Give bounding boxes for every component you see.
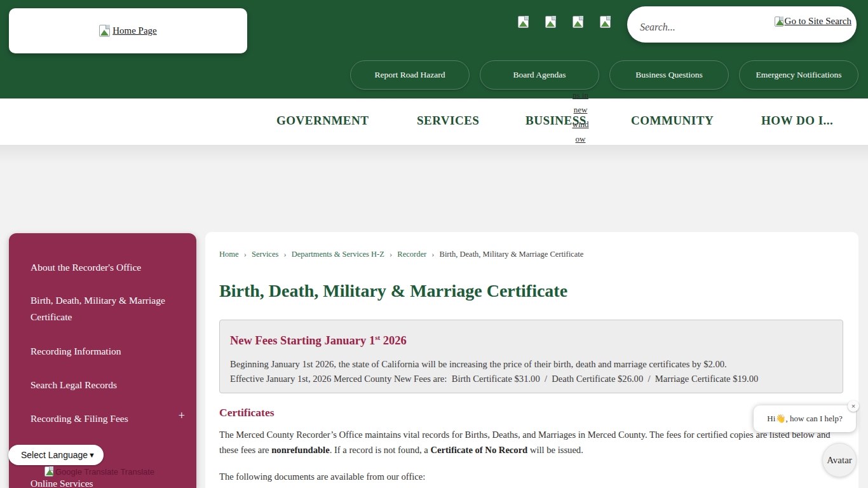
breadcrumb-recorder[interactable]: Recorder bbox=[397, 250, 426, 259]
sidebar-item-search-legal-records[interactable]: Search Legal Records bbox=[31, 377, 177, 393]
paragraph-text: will be issued. bbox=[527, 445, 583, 455]
main-navigation: GOVERNMENT SERVICES BUSINESS COMMUNITY H… bbox=[0, 98, 868, 145]
subheader-band bbox=[0, 145, 868, 164]
breadcrumb-separator: › bbox=[431, 250, 434, 259]
home-logo-link[interactable]: Home Page bbox=[9, 8, 247, 53]
social-broken-image-icon-2[interactable] bbox=[545, 16, 556, 28]
board-agendas-button[interactable]: Board Agendas bbox=[480, 60, 599, 90]
chevron-down-icon: ▼ bbox=[88, 451, 95, 459]
breadcrumb-separator: › bbox=[283, 250, 286, 259]
chat-avatar-button[interactable]: Avatar bbox=[822, 443, 857, 477]
language-select[interactable]: Select Language ▼ bbox=[8, 445, 104, 465]
business-questions-button[interactable]: Business Questions bbox=[609, 60, 729, 90]
nav-how-do-i[interactable]: HOW DO I... bbox=[761, 114, 833, 128]
sidebar-item-about-recorders-office[interactable]: About the Recorder's Office bbox=[31, 259, 177, 276]
expand-plus-icon[interactable]: + bbox=[179, 409, 185, 423]
sidebar-item-birth-death-military-marriage[interactable]: Birth, Death, Military & Marriage Certif… bbox=[31, 292, 177, 325]
nav-community[interactable]: COMMUNITY bbox=[631, 114, 714, 128]
page-title: Birth, Death, Military & Marriage Certif… bbox=[219, 281, 567, 301]
go-to-site-search-label: Go to Site Search bbox=[785, 16, 851, 27]
fee-notice-line-1: Beginning January 1st 2026, the state of… bbox=[230, 359, 727, 370]
nav-services[interactable]: SERVICES bbox=[417, 114, 479, 128]
paragraph-text: . If a record is not found, a bbox=[330, 445, 431, 455]
google-translate-label: Google Translate Translate bbox=[55, 467, 154, 477]
home-page-link[interactable]: Home Page bbox=[112, 25, 157, 36]
google-translate-attribution[interactable]: Google Translate Translate bbox=[44, 466, 154, 477]
ordinal-superscript: st bbox=[375, 334, 380, 341]
social-broken-image-icon-4[interactable] bbox=[600, 16, 611, 28]
breadcrumb-current: Birth, Death, Military & Marriage Certif… bbox=[440, 250, 584, 259]
chat-greeting-bubble: Hi 👋 , how can I help? bbox=[754, 405, 856, 432]
breadcrumb-departments-hz[interactable]: Departments & Services H-Z bbox=[292, 250, 384, 259]
chat-greeting-text: Hi bbox=[767, 414, 775, 424]
breadcrumb-separator: › bbox=[244, 250, 247, 259]
breadcrumb-separator: › bbox=[390, 250, 392, 259]
emergency-notifications-button[interactable]: Emergency Notifications bbox=[739, 60, 858, 90]
go-to-site-search-link[interactable]: Go to Site Search bbox=[775, 16, 851, 27]
chat-greeting-text: , how can I help? bbox=[786, 414, 843, 424]
certificate-of-no-record-bold: Certificate of No Record bbox=[430, 445, 527, 455]
recorder-sidebar: About the Recorder's Office Birth, Death… bbox=[9, 233, 196, 488]
sidebar-item-online-services[interactable]: Online Services bbox=[31, 478, 93, 488]
certificates-heading: Certificates bbox=[219, 406, 274, 419]
sidebar-item-recording-filing-fees[interactable]: Recording & Filing Fees bbox=[31, 410, 177, 427]
site-header: Home Page Go to Site Search Report Road … bbox=[0, 0, 868, 98]
language-select-value: Select Language bbox=[21, 450, 88, 460]
new-fees-heading-year: 2026 bbox=[380, 334, 407, 347]
opens-in-new-window-link[interactable]: ns in new window bbox=[571, 88, 590, 146]
new-fees-heading: New Fees Starting January 1st 2026 bbox=[230, 334, 407, 348]
broken-image-icon bbox=[775, 17, 783, 27]
sidebar-item-recording-information[interactable]: Recording Information bbox=[31, 343, 177, 360]
report-road-hazard-button[interactable]: Report Road Hazard bbox=[350, 60, 470, 90]
breadcrumb-services[interactable]: Services bbox=[252, 250, 278, 259]
chat-close-button[interactable]: × bbox=[848, 400, 859, 412]
broken-image-icon bbox=[99, 25, 110, 37]
certificates-paragraph: The Merced County Recorder’s Office main… bbox=[219, 428, 834, 458]
nav-government[interactable]: GOVERNMENT bbox=[276, 114, 369, 128]
following-documents-line: The following documents are available fr… bbox=[219, 471, 425, 482]
new-fees-notice-box: New Fees Starting January 1st 2026 Begin… bbox=[219, 320, 843, 393]
site-search-box: Go to Site Search bbox=[627, 6, 857, 43]
main-content: Home › Services › Departments & Services… bbox=[205, 232, 858, 488]
social-links-row bbox=[518, 16, 611, 28]
broken-image-icon bbox=[44, 466, 53, 477]
social-broken-image-icon-3[interactable] bbox=[573, 16, 583, 28]
breadcrumb: Home › Services › Departments & Services… bbox=[219, 250, 583, 259]
social-broken-image-icon-1[interactable] bbox=[518, 16, 529, 28]
search-input[interactable] bbox=[640, 22, 761, 33]
waving-hand-icon: 👋 bbox=[775, 414, 785, 424]
breadcrumb-home[interactable]: Home bbox=[219, 250, 239, 259]
nonrefundable-bold: nonrefundable bbox=[271, 445, 329, 455]
fee-notice-line-2: Effective January 1st, 2026 Merced Count… bbox=[230, 374, 758, 384]
new-fees-heading-text: New Fees Starting January 1 bbox=[230, 334, 375, 347]
